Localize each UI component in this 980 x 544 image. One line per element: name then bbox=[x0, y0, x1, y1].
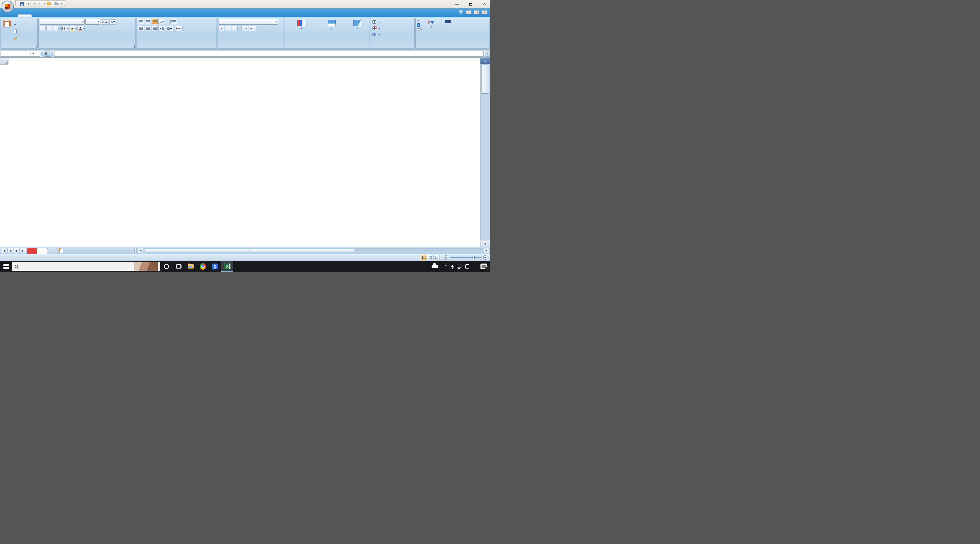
redo-button[interactable]: ↷ bbox=[37, 1, 42, 6]
teams-button[interactable]: Q bbox=[209, 261, 221, 272]
network-display-icon[interactable] bbox=[457, 265, 461, 268]
page-layout-view-button[interactable] bbox=[427, 255, 433, 260]
number-dialog-launcher[interactable] bbox=[280, 45, 282, 48]
next-sheet-icon[interactable]: ▶ bbox=[14, 248, 19, 253]
excel-taskbar-button[interactable]: X bbox=[221, 261, 233, 272]
tab-page-layout[interactable] bbox=[46, 14, 59, 17]
tab-data[interactable] bbox=[73, 14, 87, 17]
currency-button[interactable]: ▾ bbox=[218, 26, 224, 31]
start-button[interactable] bbox=[0, 261, 12, 272]
format-as-table-button[interactable]: ▾ bbox=[321, 19, 343, 44]
redo-caret-icon[interactable]: ▾ bbox=[44, 3, 45, 5]
task-view-button[interactable] bbox=[172, 261, 185, 272]
page-break-view-button[interactable] bbox=[433, 255, 440, 260]
undo-caret-icon[interactable]: ▾ bbox=[33, 3, 35, 5]
qat-customize-caret-icon[interactable]: ▾ bbox=[61, 3, 62, 5]
sheet-tab-sheet2[interactable] bbox=[37, 248, 47, 254]
hidden-icons-chevron-icon[interactable]: ⌃ bbox=[444, 264, 447, 268]
open-button[interactable] bbox=[46, 1, 52, 6]
last-sheet-icon[interactable]: ▶| bbox=[20, 248, 26, 253]
clear-button[interactable]: ▾ bbox=[417, 28, 422, 30]
grow-font-button[interactable]: A▲ bbox=[101, 19, 109, 25]
font-color-button[interactable]: A▾ bbox=[78, 26, 85, 31]
insert-cells-button[interactable]: ▾ bbox=[371, 19, 413, 25]
office-button[interactable] bbox=[2, 0, 14, 13]
conditional-formatting-button[interactable]: ▾ bbox=[288, 19, 315, 44]
fill-color-button[interactable]: ◆▾ bbox=[70, 26, 77, 31]
tab-view[interactable] bbox=[100, 14, 114, 17]
align-left-button[interactable] bbox=[138, 25, 144, 31]
search-input[interactable] bbox=[21, 264, 131, 269]
zoom-slider[interactable]: − + bbox=[444, 255, 487, 259]
zoom-thumb[interactable] bbox=[473, 256, 475, 259]
tab-review[interactable] bbox=[87, 14, 100, 17]
orientation-button[interactable]: ab▾ bbox=[159, 19, 165, 24]
underline-caret-icon[interactable]: ▾ bbox=[59, 27, 60, 30]
percent-button[interactable] bbox=[225, 26, 231, 31]
tab-home[interactable] bbox=[18, 14, 32, 17]
paste-caret-icon[interactable]: ▾ bbox=[6, 29, 7, 31]
scroll-down-icon[interactable]: ▼ bbox=[480, 240, 490, 247]
font-name-select[interactable]: ▾ bbox=[40, 19, 85, 25]
fill-button[interactable]: ↓▾ bbox=[417, 23, 422, 27]
name-box-input[interactable] bbox=[1, 51, 30, 56]
doc-restore-button[interactable]: ❐ bbox=[474, 10, 479, 14]
prev-sheet-icon[interactable]: ◀ bbox=[7, 248, 13, 253]
decrease-decimal-button[interactable]: .00→ bbox=[249, 26, 257, 31]
tab-scrollbar-splitter[interactable] bbox=[134, 248, 137, 253]
formula-input[interactable] bbox=[54, 51, 484, 57]
zoom-track[interactable] bbox=[450, 257, 482, 258]
bold-button[interactable] bbox=[40, 26, 46, 31]
number-format-select[interactable]: ▾ bbox=[218, 19, 278, 25]
horizontal-scroll-track[interactable]: ⦀ bbox=[144, 248, 483, 253]
underline-button[interactable] bbox=[53, 26, 59, 31]
tray-app-icon[interactable] bbox=[465, 264, 469, 269]
delete-cells-button[interactable]: ▾ bbox=[371, 25, 413, 31]
merge-center-button[interactable]: ▾ bbox=[175, 25, 183, 31]
font-dialog-launcher[interactable] bbox=[132, 45, 135, 48]
help-icon[interactable]: ? bbox=[459, 10, 463, 14]
doc-minimize-button[interactable]: — bbox=[466, 10, 471, 14]
clipboard-dialog-launcher[interactable] bbox=[34, 45, 37, 48]
align-bottom-button[interactable] bbox=[152, 19, 158, 24]
cortana-button[interactable] bbox=[160, 261, 172, 272]
borders-button[interactable]: ▾ bbox=[61, 26, 69, 31]
vertical-scroll-thumb[interactable] bbox=[481, 65, 489, 94]
increase-indent-button[interactable]: ▶ bbox=[166, 25, 173, 31]
align-middle-button[interactable] bbox=[145, 19, 151, 24]
alignment-dialog-launcher[interactable] bbox=[213, 45, 215, 48]
restore-button[interactable] bbox=[467, 2, 474, 6]
font-size-select[interactable]: ▾ bbox=[86, 19, 100, 25]
zoom-in-icon[interactable]: + bbox=[483, 255, 487, 259]
print-button[interactable] bbox=[54, 1, 59, 6]
insert-worksheet-button[interactable] bbox=[57, 248, 65, 254]
scroll-right-icon[interactable]: ▶ bbox=[484, 248, 490, 253]
align-right-button[interactable] bbox=[152, 25, 158, 31]
shrink-font-button[interactable]: A▼ bbox=[110, 19, 116, 25]
format-painter-button[interactable] bbox=[13, 36, 18, 41]
align-center-button[interactable] bbox=[145, 25, 151, 31]
name-box[interactable]: ▼ bbox=[0, 51, 40, 57]
file-explorer-button[interactable] bbox=[185, 261, 197, 272]
expand-formula-bar-icon[interactable]: ▼ bbox=[485, 51, 490, 57]
sort-filter-button[interactable]: AZ ▾ bbox=[423, 19, 439, 44]
spreadsheet-grid[interactable]: ▲ ▼ bbox=[0, 58, 490, 247]
italic-button[interactable] bbox=[46, 26, 52, 31]
name-box-caret-icon[interactable]: ▼ bbox=[30, 52, 36, 55]
comma-button[interactable] bbox=[232, 26, 238, 31]
wrap-text-button[interactable] bbox=[170, 19, 177, 24]
horizontal-scrollbar[interactable]: ◀ ⦀ ▶ bbox=[137, 247, 490, 254]
scroll-up-icon[interactable]: ▲ bbox=[480, 58, 490, 64]
select-all-corner[interactable] bbox=[0, 58, 8, 65]
first-sheet-icon[interactable]: |◀ bbox=[1, 248, 7, 253]
volume-icon[interactable] bbox=[451, 265, 453, 268]
normal-view-button[interactable] bbox=[421, 255, 427, 260]
zoom-out-icon[interactable]: − bbox=[444, 255, 448, 259]
sheet-tab-data-sheet[interactable] bbox=[27, 248, 37, 254]
horizontal-scroll-thumb[interactable]: ⦀ bbox=[145, 249, 355, 253]
format-cells-button[interactable]: ▾ bbox=[371, 32, 413, 38]
minimize-button[interactable]: — bbox=[453, 2, 460, 6]
close-button[interactable]: ✕ bbox=[481, 2, 488, 6]
paste-button[interactable]: ▾ bbox=[2, 19, 11, 44]
tab-formulas[interactable] bbox=[59, 14, 73, 17]
